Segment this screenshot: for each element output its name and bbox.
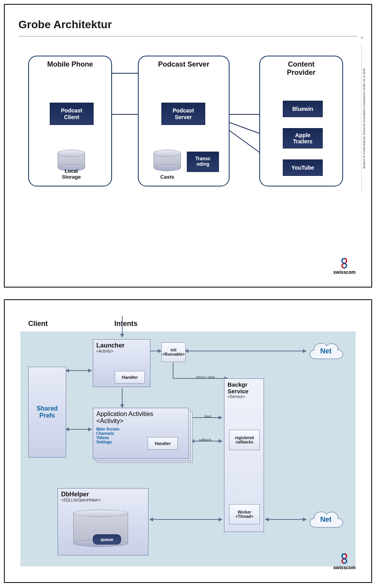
cloud-net-2: Net	[306, 506, 345, 533]
group-title-phone: Mobile Phone	[29, 60, 111, 69]
app-act-title: Application Activities	[96, 411, 185, 418]
label-check-start: check / start	[196, 375, 215, 379]
app-act-handler: Handler	[148, 437, 178, 450]
dbhelper-title: DbHelper	[61, 491, 145, 498]
logo-icon	[340, 258, 349, 269]
backgr-reg: registered callbacks	[229, 430, 260, 450]
logo-text-2: swisscom	[333, 565, 356, 570]
node-casts: Casts	[154, 150, 181, 171]
logo-icon-2	[340, 553, 349, 564]
dbhelper-sub: <SQLLiteOpenHelper>	[61, 498, 145, 502]
label-callback: callback	[199, 438, 212, 442]
node-podcast-client: Podcast Client	[50, 103, 94, 125]
node-bluewin: Bluewin	[283, 101, 323, 117]
launcher-sub: <Activity>	[96, 349, 147, 353]
slide-title: Grobe Architektur	[18, 18, 112, 31]
page-number: 9	[361, 36, 363, 40]
node-apple-trailers: Apple Trailers	[283, 128, 323, 148]
node-local-storage: Local Storage	[58, 150, 85, 171]
side-separator	[361, 44, 362, 193]
box-launcher: Launcher <Activity> Handler	[93, 339, 150, 387]
slide-architecture: Grobe Architektur 9 Bluewin Tv meets And…	[4, 4, 372, 288]
logo-text: swisscom	[333, 270, 356, 275]
node-youtube: YouTube	[283, 159, 323, 176]
app-act-sub: <Activity>	[96, 418, 185, 425]
node-podcast-server: Podcast Server	[161, 103, 205, 125]
title-rule	[18, 36, 358, 36]
swisscom-logo: swisscom	[333, 258, 356, 275]
launcher-title: Launcher	[96, 342, 147, 349]
slide-client-diagram: Client Intents Shared Prefs Launcher	[4, 299, 372, 583]
swisscom-logo-2: swisscom	[333, 553, 356, 570]
box-app-activities: Application Activities <Activity> Main S…	[93, 408, 189, 459]
label-client: Client	[28, 320, 48, 328]
net-label-2: Net	[306, 516, 345, 524]
box-shared-prefs: Shared Prefs	[28, 367, 66, 458]
label-intents: Intents	[114, 320, 137, 328]
node-transcoding: Transc oding	[187, 152, 219, 172]
box-init: init <Runnable>	[161, 342, 186, 362]
label-casts: Casts	[154, 174, 181, 180]
box-backgr-service: Backgr Service <Service> registered call…	[224, 378, 264, 532]
backgr-sub: <Service>	[228, 394, 260, 399]
net-label-1: Net	[306, 347, 345, 355]
box-worker: Worker <Thread>	[229, 504, 260, 525]
side-text: Bluewin Tv meets Android, Swisscom Innov…	[363, 44, 367, 193]
label-shared-prefs: Shared Prefs	[36, 405, 58, 419]
label-local-storage: Local Storage	[58, 168, 85, 180]
label-bind: bind	[204, 414, 211, 418]
launcher-handler: Handler	[115, 371, 145, 384]
group-title-provider: Content Provider	[260, 60, 342, 77]
box-queue: queue	[93, 534, 121, 545]
group-title-server: Podcast Server	[139, 60, 229, 69]
cloud-net-1: Net	[306, 337, 345, 365]
backgr-title: Backgr Service	[228, 381, 260, 394]
